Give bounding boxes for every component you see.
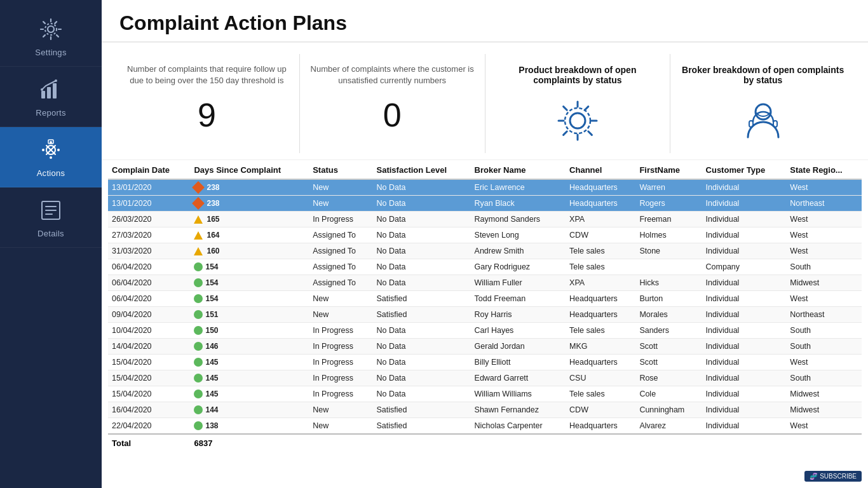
table-row[interactable]: 06/04/2020 154 Assigned To No Data Gary … [108, 259, 862, 275]
cell-custtype: Individual [702, 370, 787, 386]
stat-product-title: Product breakdown of open complaints by … [496, 58, 660, 92]
svg-rect-20 [749, 121, 753, 127]
cell-date: 16/04/2020 [108, 402, 190, 418]
svg-point-10 [50, 156, 52, 159]
cell-firstname: Cunningham [635, 402, 702, 418]
sidebar-item-reports[interactable]: Reports [0, 67, 102, 127]
table-row[interactable]: 15/04/2020 145 In Progress No Data Edwar… [108, 370, 862, 386]
cell-satisfaction: No Data [373, 259, 471, 275]
table-row[interactable]: 31/03/2020 160 Assigned To No Data Andre… [108, 243, 862, 259]
cell-channel: CDW [566, 227, 635, 243]
stat-unsatisfied-description: Number of complaints where the customer … [310, 58, 475, 92]
cell-firstname: Hicks [635, 275, 702, 291]
diamond-red-indicator [193, 181, 205, 194]
table-row[interactable]: 27/03/2020 164 Assigned To No Data Steve… [108, 227, 862, 243]
cell-status: New [309, 307, 372, 323]
cell-firstname: Scott [635, 339, 702, 355]
days-number: 165 [207, 215, 219, 224]
cell-date: 15/04/2020 [108, 370, 190, 386]
cell-status: In Progress [309, 212, 372, 227]
sidebar-item-actions[interactable]: Actions [0, 127, 102, 187]
cell-region: West [786, 355, 862, 370]
cell-firstname: Scott [635, 355, 702, 370]
person-broker-icon [738, 95, 789, 146]
table-row[interactable]: 13/01/2020 238 New No Data Ryan Black He… [108, 196, 862, 212]
days-number: 145 [205, 374, 218, 383]
cell-firstname: Alvarez [635, 418, 702, 435]
cell-days: 146 [190, 339, 309, 355]
cell-region: West [786, 291, 862, 307]
cell-days: 144 [190, 402, 309, 418]
col-satisfaction: Satisfaction Level [373, 160, 471, 179]
table-row[interactable]: 15/04/2020 145 In Progress No Data Willi… [108, 386, 862, 402]
sidebar-item-settings[interactable]: Settings [0, 6, 102, 67]
col-days: Days Since Complaint [190, 160, 309, 179]
stat-broker-icon-area [738, 92, 789, 149]
cell-custtype: Individual [702, 243, 787, 259]
table-row[interactable]: 26/03/2020 165 In Progress No Data Raymo… [108, 212, 862, 227]
table-row[interactable]: 15/04/2020 145 In Progress No Data Billy… [108, 355, 862, 370]
sidebar-item-details-label: Details [37, 229, 64, 238]
cell-region: South [786, 259, 862, 275]
cell-date: 13/01/2020 [108, 196, 190, 212]
col-complain-date: Complain Date [108, 160, 190, 179]
table-row[interactable]: 06/04/2020 154 Assigned To No Data Willi… [108, 275, 862, 291]
table-row[interactable]: 09/04/2020 151 New Satisfied Roy Harris … [108, 307, 862, 323]
cell-broker: Todd Freeman [471, 291, 566, 307]
cell-days: 154 [190, 291, 309, 307]
days-number: 150 [205, 326, 218, 335]
cell-channel: Headquarters [566, 355, 635, 370]
cell-days: 238 [190, 179, 309, 196]
cell-region: South [786, 370, 862, 386]
svg-point-6 [41, 88, 43, 91]
sidebar-item-reports-label: Reports [36, 108, 66, 118]
days-number: 145 [205, 390, 218, 398]
sidebar-item-details[interactable]: Details [0, 187, 102, 248]
page-header: Complaint Action Plans [102, 0, 868, 43]
stat-broker[interactable]: Broker breakdown of open complaints by s… [670, 54, 855, 153]
cell-broker: Ryan Black [471, 196, 566, 212]
cell-channel: Tele sales [566, 386, 635, 402]
table-row[interactable]: 10/04/2020 150 In Progress No Data Carl … [108, 323, 862, 339]
cell-days: 165 [190, 212, 309, 227]
cell-days: 145 [190, 355, 309, 370]
actions-icon [39, 139, 62, 165]
cell-region: South [786, 339, 862, 355]
cell-days: 145 [190, 370, 309, 386]
cell-broker: Carl Hayes [471, 323, 566, 339]
cell-custtype: Individual [702, 355, 787, 370]
svg-rect-3 [47, 87, 51, 98]
cell-satisfaction: No Data [373, 243, 471, 259]
days-number: 238 [207, 183, 219, 192]
sidebar-item-settings-label: Settings [35, 48, 66, 57]
stat-product[interactable]: Product breakdown of open complaints by … [485, 54, 671, 153]
cell-broker: Edward Garrett [471, 370, 566, 386]
complaints-table: Complain Date Days Since Complaint Statu… [108, 160, 862, 452]
table-row[interactable]: 14/04/2020 146 In Progress No Data Geral… [108, 339, 862, 355]
cell-region: Northeast [786, 196, 862, 212]
cell-broker: Roy Harris [471, 307, 566, 323]
cell-status: Assigned To [309, 275, 372, 291]
cell-satisfaction: No Data [373, 212, 471, 227]
page-title: Complaint Action Plans [119, 11, 850, 35]
cell-broker: Eric Lawrence [471, 179, 566, 196]
circle-green-indicator [194, 390, 203, 398]
subscribe-badge[interactable]: 🧬 SUBSCRIBE [804, 471, 862, 482]
circle-green-indicator [194, 294, 203, 303]
data-table-area[interactable]: Complain Date Days Since Complaint Statu… [102, 160, 868, 488]
cell-firstname [635, 259, 702, 275]
table-row[interactable]: 13/01/2020 238 New No Data Eric Lawrence… [108, 179, 862, 196]
triangle-yellow-indicator [194, 215, 203, 224]
table-row[interactable]: 16/04/2020 144 New Satisfied Shawn Ferna… [108, 402, 862, 418]
cell-satisfaction: No Data [373, 196, 471, 212]
table-row[interactable]: 06/04/2020 154 New Satisfied Todd Freema… [108, 291, 862, 307]
sidebar-item-actions-label: Actions [37, 168, 65, 178]
cell-broker: Gary Rodriguez [471, 259, 566, 275]
cell-satisfaction: No Data [373, 355, 471, 370]
table-row[interactable]: 22/04/2020 138 New Satisfied Nicholas Ca… [108, 418, 862, 435]
circle-green-indicator [194, 405, 203, 414]
cell-custtype: Individual [702, 307, 787, 323]
cell-channel: CDW [566, 402, 635, 418]
cell-status: In Progress [309, 386, 372, 402]
circle-green-indicator [194, 374, 203, 383]
